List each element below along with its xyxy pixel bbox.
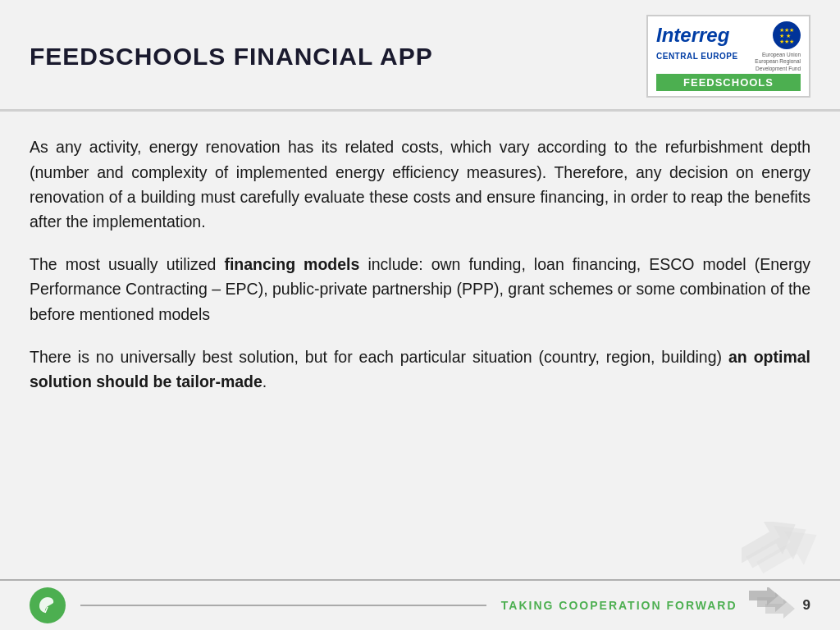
eu-small-text: European UnionEuropean RegionalDevelopme… [755,52,801,72]
footer-leaf-icon [30,587,66,623]
interreg-wordmark: Interreg [656,24,729,47]
footer-tagline: TAKING COOPERATION FORWARD [501,599,737,612]
logo-container: Interreg ★★★★ ★★★★ CENTRAL EUROPE Europe… [646,15,810,98]
footer-arrows-icon [749,587,798,623]
slide: FEEDSCHOOLS FINANCIAL APP Interreg ★★★★ … [0,0,840,630]
paragraph-3: There is no universally best solution, b… [30,345,810,394]
logo-top-row: Interreg ★★★★ ★★★★ [656,21,801,49]
financing-models-bold: financing models [224,255,359,273]
footer: TAKING COOPERATION FORWARD 9 [0,579,840,630]
interreg-brand: Interreg [656,24,729,47]
page-title: FEEDSCHOOLS FINANCIAL APP [30,43,433,71]
paragraph-2: The most usually utilized financing mode… [30,252,810,326]
header: FEEDSCHOOLS FINANCIAL APP Interreg ★★★★ … [0,0,840,112]
eu-stars-icon: ★★★★ ★★★★ [779,27,794,44]
central-europe-label: CENTRAL EUROPE [656,52,738,61]
paragraph-1: As any activity, energy renovation has i… [30,135,810,234]
page-number: 9 [803,597,810,614]
footer-divider-line [80,605,486,606]
eu-emblem: ★★★★ ★★★★ [773,21,801,49]
feedschools-badge: FEEDSCHOOLS [656,74,801,91]
content-area: As any activity, energy renovation has i… [0,112,840,579]
